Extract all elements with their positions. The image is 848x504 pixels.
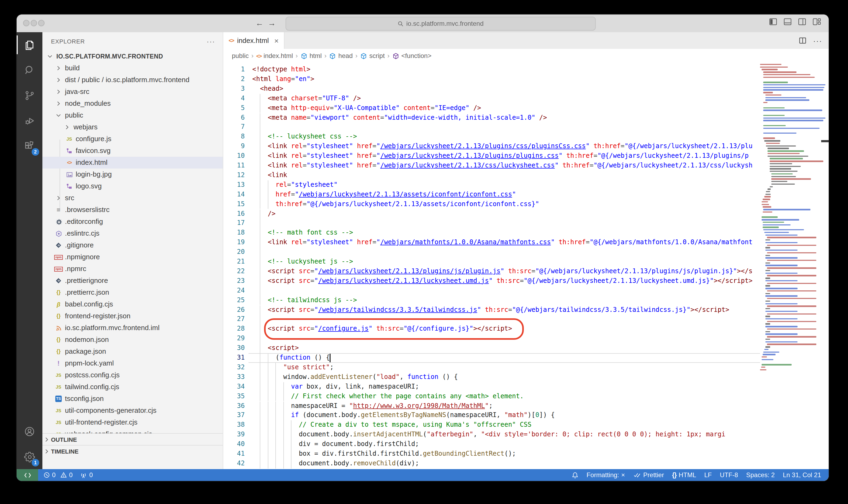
tree-item-util-frontend-register.cjs[interactable]: JSutil-frontend-register.cjs xyxy=(42,416,223,428)
tab-index-html[interactable]: <> index.html × xyxy=(223,32,285,49)
ports-indicator[interactable]: 0 xyxy=(80,471,93,479)
tree-item-nodemon.json[interactable]: {}nodemon.json xyxy=(42,334,223,346)
tree-item-.editorconfig[interactable]: .editorconfig xyxy=(42,216,223,228)
code-line-12: 12 <link xyxy=(223,171,760,180)
tree-item-configure.js[interactable]: JSconfigure.js xyxy=(42,133,223,145)
tree-item-io.sc.platform.mvc.frontend[interactable]: IO.SC.PLATFORM.MVC.FRONTEND xyxy=(42,51,223,62)
tree-item-dist-public-io.sc.platform.mvc.frontend[interactable]: dist / public / io.sc.platform.mvc.front… xyxy=(42,74,223,86)
code-line-34: 34 var box, div, link, namespaceURI; xyxy=(223,382,760,392)
tree-item-frontend-register.json[interactable]: {}frontend-register.json xyxy=(42,310,223,322)
code-line-15: 15 th:href="@{/webjars/luckysheet/2.1.13… xyxy=(223,199,760,209)
breadcrumb-item-public[interactable]: public xyxy=(232,52,249,59)
close-tab-icon[interactable]: × xyxy=(274,36,278,45)
breadcrumb: public›<>index.html›html›head›script›<fu… xyxy=(223,49,829,63)
tree-item-.gitignore[interactable]: .gitignore xyxy=(42,239,223,251)
tree-item-io.sc.platform.mvc.frontend.iml[interactable]: io.sc.platform.mvc.frontend.iml xyxy=(42,322,223,334)
accounts-icon[interactable] xyxy=(17,419,42,444)
ports-count: 0 xyxy=(89,471,93,479)
prettier-status[interactable]: Prettier xyxy=(633,471,664,479)
close-window-button[interactable] xyxy=(23,20,30,26)
code-line-37: 37 if (document.body.getElementsByTagNam… xyxy=(223,411,760,420)
formatting-label: Formatting: xyxy=(587,471,619,479)
breadcrumb-item--function-[interactable]: <function> xyxy=(392,52,432,59)
settings-gear-icon[interactable]: 1 xyxy=(17,444,42,469)
command-center-search[interactable]: io.sc.platform.mvc.frontend xyxy=(286,17,596,31)
formatting-status[interactable]: Formatting: × xyxy=(587,471,625,479)
tree-item-node-modules[interactable]: node_modules xyxy=(42,98,223,109)
braces-icon: {} xyxy=(672,471,676,479)
code-line-25: 25 <!-- tailwindcss js --> xyxy=(223,295,760,305)
remote-icon xyxy=(24,471,31,479)
timeline-label: TIMELINE xyxy=(51,448,79,455)
tree-item-babel.config.cjs[interactable]: βbabel.config.cjs xyxy=(42,299,223,310)
code-line-24: 24 xyxy=(223,286,760,295)
tree-item-postcss.config.cjs[interactable]: JSpostcss.config.cjs xyxy=(42,369,223,381)
tree-item-build[interactable]: build xyxy=(42,62,223,74)
toggle-secondary-sidebar-icon[interactable] xyxy=(797,17,807,26)
breadcrumb-item-head[interactable]: head xyxy=(329,52,353,59)
tree-item-.browserslistrc[interactable]: ≡.browserslistrc xyxy=(42,204,223,216)
tree-item-src[interactable]: src xyxy=(42,192,223,204)
tree-item-webjars[interactable]: webjars xyxy=(42,121,223,133)
tree-item-util-components-generator.cjs[interactable]: JSutil-components-generator.cjs xyxy=(42,405,223,416)
run-debug-view-icon[interactable] xyxy=(17,108,42,133)
tree-item-login-bg.jpg[interactable]: login-bg.jpg xyxy=(42,168,223,180)
tree-item-package.json[interactable]: {}package.json xyxy=(42,346,223,358)
breadcrumb-item-script[interactable]: script xyxy=(360,52,384,59)
explorer-more-actions-icon[interactable]: ··· xyxy=(206,37,215,46)
tree-item-.prettierignore[interactable]: .prettierignore xyxy=(42,275,223,287)
toggle-panel-icon[interactable] xyxy=(783,17,792,26)
tab-bar: <> index.html × ··· xyxy=(223,32,829,49)
notifications-bell-icon[interactable] xyxy=(572,471,579,479)
editor-more-actions-icon[interactable]: ··· xyxy=(813,36,822,45)
problems-indicator[interactable]: 0 0 xyxy=(43,471,73,479)
double-check-icon xyxy=(633,472,641,478)
tree-item-.eslintrc.cjs[interactable]: .eslintrc.cjs xyxy=(42,228,223,239)
zoom-window-button[interactable] xyxy=(38,20,44,26)
tree-item-tailwind.config.cjs[interactable]: JStailwind.config.cjs xyxy=(42,381,223,393)
customize-layout-icon[interactable] xyxy=(812,17,821,26)
tree-item-tsconfig.json[interactable]: TStsconfig.json xyxy=(42,393,223,405)
code-line-36: 36 namespaceURI = "http://www.w3.org/199… xyxy=(223,401,760,411)
tree-item-favicon.svg[interactable]: favicon.svg xyxy=(42,145,223,157)
split-editor-icon[interactable] xyxy=(799,36,807,44)
extensions-badge: 2 xyxy=(32,148,39,156)
language-mode[interactable]: {} HTML xyxy=(672,471,696,479)
tree-item-public[interactable]: public xyxy=(42,109,223,121)
encoding-indicator[interactable]: UTF-8 xyxy=(720,471,738,479)
editor-group: <> index.html × ··· public›<>index.html›… xyxy=(223,32,829,469)
explorer-view-icon[interactable] xyxy=(17,32,42,57)
cursor-position-indicator[interactable]: Ln 31, Col 21 xyxy=(783,471,821,479)
indentation-indicator[interactable]: Spaces: 2 xyxy=(746,471,775,479)
tree-item-.prettierrc.json[interactable]: {}.prettierrc.json xyxy=(42,287,223,299)
source-control-view-icon[interactable] xyxy=(17,83,42,108)
error-count: 0 xyxy=(52,471,56,479)
remote-indicator[interactable] xyxy=(17,469,38,481)
tree-item-java-src[interactable]: java-src xyxy=(42,86,223,98)
code-line-23: 23 <script src="/webjars/luckysheet/2.1.… xyxy=(223,276,760,286)
code-line-33: 33 window.addEventListener("load", funct… xyxy=(223,373,760,382)
breadcrumb-item-html[interactable]: html xyxy=(301,52,322,59)
code-line-14: 14 href="/webjars/luckysheet/2.1.13/asse… xyxy=(223,190,760,199)
eol-indicator[interactable]: LF xyxy=(704,471,712,479)
tree-item-pnpm-lock.yaml[interactable]: !pnpm-lock.yaml xyxy=(42,358,223,369)
vscode-window: ← → io.sc.platform.mvc.frontend xyxy=(17,15,829,481)
code-line-9: 9 <link rel="stylesheet" href="/webjars/… xyxy=(223,142,760,151)
extensions-view-icon[interactable]: 2 xyxy=(17,133,42,158)
tree-item-logo.svg[interactable]: logo.svg xyxy=(42,180,223,192)
code-editor[interactable]: 1<!doctype html>2<html lang="en">3 <head… xyxy=(223,63,829,469)
navigate-forward-icon[interactable]: → xyxy=(268,18,276,29)
minimap[interactable] xyxy=(760,63,827,469)
tree-item-.npmignore[interactable]: npm.npmignore xyxy=(42,251,223,263)
tree-item-.npmrc[interactable]: npm.npmrc xyxy=(42,263,223,275)
minimize-window-button[interactable] xyxy=(31,20,37,26)
toggle-primary-sidebar-icon[interactable] xyxy=(769,17,778,26)
timeline-section-header[interactable]: TIMELINE xyxy=(42,445,223,457)
breadcrumb-item-index.html[interactable]: <>index.html xyxy=(256,52,293,59)
language-label: HTML xyxy=(679,471,696,479)
search-view-icon[interactable] xyxy=(17,57,42,83)
code-line-22: 22 <script src="/webjars/luckysheet/2.1.… xyxy=(223,267,760,276)
navigate-back-icon[interactable]: ← xyxy=(255,18,264,29)
tree-item-index.html[interactable]: <>index.html xyxy=(42,157,223,168)
outline-section-header[interactable]: OUTLINE xyxy=(42,433,223,446)
